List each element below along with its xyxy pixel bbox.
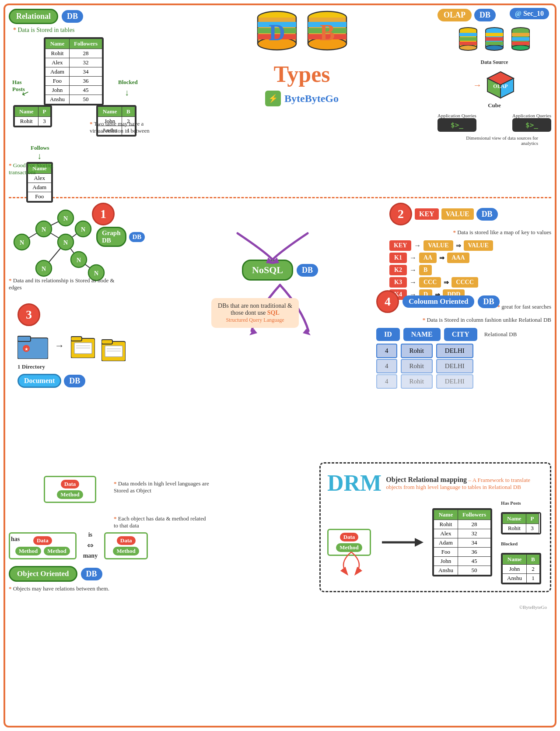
col-followers: Followers bbox=[69, 39, 102, 49]
svg-text:B: B bbox=[319, 20, 335, 45]
method-label-main: Method bbox=[57, 490, 83, 499]
col-number-badge: 4 bbox=[376, 290, 399, 313]
orm-blocked-mini: NameB John2 Anshu1 bbox=[501, 553, 541, 584]
olap-db-badge: DB bbox=[474, 9, 496, 21]
svg-point-32 bbox=[486, 45, 503, 50]
col-title: Coloumn Oriented bbox=[402, 295, 474, 308]
d-cylinder: D bbox=[255, 9, 299, 57]
rel-desc1: Data is Stored in tables bbox=[18, 27, 75, 33]
city-stack: DELHI DELHI DELHI bbox=[436, 344, 473, 389]
folder-arrow: → bbox=[55, 340, 64, 351]
terminal-1: $>_ bbox=[438, 118, 476, 132]
brand-icon: ⚡ bbox=[265, 91, 281, 106]
graph-number-badge: 1 bbox=[92, 203, 115, 225]
svg-marker-91 bbox=[415, 538, 424, 547]
svg-marker-74 bbox=[249, 329, 257, 335]
brand-logo: ⚡ ByteByteGo bbox=[265, 91, 339, 106]
nosql-db-badge: DB bbox=[297, 264, 318, 277]
svg-rect-86 bbox=[102, 340, 112, 344]
svg-rect-43 bbox=[512, 42, 529, 45]
oo-db-badge: DB bbox=[81, 568, 102, 580]
col-city-header: CITY bbox=[444, 328, 477, 341]
sql-full: Structured Query Language bbox=[226, 317, 284, 323]
oo-section: Data Method * Data models in high level … bbox=[9, 476, 219, 592]
svg-text:N: N bbox=[63, 215, 68, 222]
id-stack: 4 4 4 bbox=[376, 344, 397, 389]
kv-number-badge: 2 bbox=[389, 203, 412, 225]
watermark-at: @ bbox=[515, 10, 522, 17]
svg-rect-33 bbox=[486, 33, 503, 36]
kv-desc1: * Data is stored like a map of key to va… bbox=[389, 229, 551, 236]
app-queries-2: Application Queries $>_ bbox=[512, 113, 551, 132]
app-queries-1: Application Queries $>_ bbox=[438, 113, 476, 132]
middle-area: N N N N N N N N 1 Graph DB bbox=[9, 203, 551, 378]
name-card-1: Rohit bbox=[401, 344, 433, 358]
id-card-1: 4 bbox=[376, 344, 397, 358]
city-card-1: DELHI bbox=[436, 344, 473, 358]
orm-red-arrows bbox=[334, 550, 369, 578]
svg-text:N: N bbox=[94, 270, 98, 277]
yellow-folder-1 bbox=[71, 334, 95, 358]
city-card-2: DELHI bbox=[436, 359, 473, 373]
graph-db-label: Graph DB bbox=[96, 227, 126, 247]
svg-rect-81 bbox=[71, 337, 82, 341]
olap-badge: OLAP bbox=[438, 9, 472, 21]
col-name: Name bbox=[46, 39, 70, 49]
svg-text:⚡: ⚡ bbox=[268, 94, 278, 103]
svg-rect-25 bbox=[459, 33, 477, 36]
olap-section: OLAP DB bbox=[438, 9, 551, 146]
svg-point-24 bbox=[459, 45, 477, 50]
db-cylinders: D B bbox=[255, 9, 349, 57]
svg-text:D: D bbox=[269, 20, 285, 45]
watermark: @ Sec_10 bbox=[510, 8, 549, 19]
doc-number-badge: 3 bbox=[18, 303, 40, 326]
oo-badge-row: Object Oriented DB bbox=[9, 566, 219, 582]
kv-db-badge: DB bbox=[476, 208, 498, 221]
kv-value-badge: VALUE bbox=[441, 208, 474, 220]
data-label-right: Data bbox=[117, 536, 136, 545]
svg-text:N: N bbox=[77, 257, 81, 264]
kv-key-badge: KEY bbox=[415, 208, 439, 220]
graph-desc: * Data and its relationship is Stored as… bbox=[9, 277, 118, 291]
svg-marker-75 bbox=[303, 329, 311, 335]
data-label-left: Data bbox=[33, 536, 52, 545]
orm-secondary-tables: Has Posts NameP Rohit3 Blocked NameB Joh… bbox=[501, 500, 541, 584]
kv-header-row: KEY → VALUE ⇒ VALUE bbox=[389, 240, 551, 251]
svg-rect-77 bbox=[18, 336, 31, 341]
orm-arrow bbox=[380, 531, 424, 553]
table-row: Adam34 bbox=[46, 67, 102, 77]
brand-name: ByteByteGo bbox=[284, 93, 339, 105]
table-row: John45 bbox=[46, 86, 102, 95]
svg-rect-26 bbox=[459, 37, 477, 41]
svg-rect-34 bbox=[486, 37, 503, 41]
svg-rect-27 bbox=[459, 42, 477, 45]
orm-has-posts: Has Posts bbox=[501, 500, 541, 506]
col-rel-db-label: Relational DB bbox=[484, 331, 517, 338]
types-title: Types bbox=[273, 61, 330, 87]
many-arrow: ⇔ bbox=[87, 541, 94, 550]
rel-desc3: * Two table may have a virtual relation … bbox=[90, 120, 160, 134]
svg-text:N: N bbox=[63, 239, 68, 246]
orm-main-table: NameFollowers Rohit28 Alex32 Adam34 Foo3… bbox=[432, 508, 492, 576]
has-label: has bbox=[11, 536, 20, 543]
table-row: Foo36 bbox=[46, 77, 102, 86]
kv-row-k3: K3 → CCC ⇒ CCCC bbox=[389, 277, 551, 288]
sql-text: SQL bbox=[267, 309, 280, 316]
oo-desc3: * Objects may have relations between the… bbox=[9, 585, 162, 592]
table-row: Alex32 bbox=[46, 58, 102, 67]
terminal-2: $>_ bbox=[512, 118, 551, 132]
b-cylinder: B bbox=[305, 9, 349, 57]
yellow-folder-2 bbox=[102, 337, 126, 361]
blocked-label: Blocked bbox=[118, 79, 138, 86]
svg-text:★: ★ bbox=[24, 347, 28, 351]
center-title-section: D B bbox=[175, 9, 429, 106]
kv-header-arrow: → bbox=[414, 242, 421, 250]
svg-rect-42 bbox=[512, 37, 529, 41]
watermark-handle: Sec_10 bbox=[523, 10, 544, 17]
svg-point-40 bbox=[512, 45, 529, 50]
relational-db-badge: DB bbox=[62, 10, 83, 23]
olap-visual: Data Source → OLAP Cube bbox=[438, 25, 551, 146]
col-db-badge: DB bbox=[478, 295, 499, 308]
is-label: is bbox=[88, 531, 92, 538]
data-source-label: Data Source bbox=[481, 59, 508, 66]
